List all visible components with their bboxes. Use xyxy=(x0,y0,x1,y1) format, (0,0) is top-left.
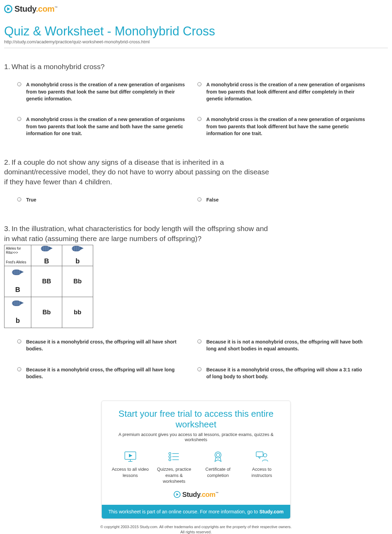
punnett-cell: bb xyxy=(62,297,93,328)
copyright: © copyright 2003-2015 Study.com. All oth… xyxy=(4,524,388,534)
q1-option-c[interactable]: A monohybrid cross is the creation of a … xyxy=(17,116,187,137)
fish-icon xyxy=(72,246,84,251)
punnett-col-b: b xyxy=(62,245,93,266)
question-2: 2.If a couple do not show any signs of a… xyxy=(4,157,388,203)
question-text: 3.In the illustration, what characterist… xyxy=(4,224,272,243)
feature-label: Quizzes, practice exams & worksheets xyxy=(154,466,195,484)
feature-label: Access to instructors xyxy=(242,466,282,478)
q2-option-true[interactable]: True xyxy=(17,196,187,203)
divider xyxy=(4,48,388,48)
feature-instructors: Access to instructors xyxy=(242,450,282,484)
logo-text: Study.com™ xyxy=(14,4,57,14)
radio-icon xyxy=(17,367,21,371)
q1-option-a[interactable]: A monohybrid cross is the creation of a … xyxy=(17,81,187,102)
svg-rect-11 xyxy=(256,452,263,457)
fish-icon xyxy=(12,301,24,305)
page-url: http://study.com/academy/practice/quiz-w… xyxy=(4,39,388,44)
cta-card: Start your free trial to access this ent… xyxy=(101,401,291,519)
option-label: Because it is is not a monohybrid cross,… xyxy=(206,338,367,352)
feature-video-lessons: Access to all video lessons xyxy=(110,450,151,484)
site-logo: Study.com™ xyxy=(4,4,388,14)
svg-point-12 xyxy=(263,454,267,457)
radio-icon xyxy=(197,117,202,121)
radio-icon xyxy=(197,82,202,86)
q1-option-d[interactable]: A monohybrid cross is the creation of a … xyxy=(197,116,367,137)
option-label: Because it is a monohybrid cross, the of… xyxy=(206,366,367,380)
question-text: 1.What is a monohybrid cross? xyxy=(4,62,272,72)
cta-logo: Study.com™ xyxy=(110,491,282,499)
monitor-play-icon xyxy=(123,450,137,463)
cta-bar-link: Study.com xyxy=(259,509,284,514)
radio-icon xyxy=(197,197,202,201)
radio-icon xyxy=(197,367,202,371)
question-3: 3.In the illustration, what characterist… xyxy=(4,224,388,380)
svg-point-5 xyxy=(169,456,171,458)
svg-point-3 xyxy=(169,453,171,455)
radio-icon xyxy=(17,117,21,121)
q1-option-b[interactable]: A monohybrid cross is the creation of a … xyxy=(197,81,367,102)
svg-point-9 xyxy=(215,452,221,458)
punnett-row-b: b xyxy=(4,297,31,328)
punnett-cell: Bb xyxy=(62,266,93,297)
option-label: True xyxy=(26,196,36,203)
option-label: A monohybrid cross is the creation of a … xyxy=(26,116,187,137)
q2-option-false[interactable]: False xyxy=(197,196,367,203)
fish-icon xyxy=(41,246,53,251)
cta-subtitle: A premium account gives you access to al… xyxy=(110,432,282,442)
page-title: Quiz & Worksheet - Monohybrid Cross xyxy=(4,24,388,39)
logo-text: Study.com™ xyxy=(182,491,218,499)
play-icon xyxy=(174,491,181,498)
feature-certificate: Certificate of completion xyxy=(198,450,238,484)
cta-bar[interactable]: This worksheet is part of an online cour… xyxy=(102,505,290,519)
radio-icon xyxy=(197,339,202,344)
q3-option-c[interactable]: Because it is a monohybrid cross, the of… xyxy=(17,366,187,380)
q3-option-b[interactable]: Because it is is not a monohybrid cross,… xyxy=(197,338,367,352)
feature-label: Access to all video lessons xyxy=(110,466,151,478)
q3-option-a[interactable]: Because it is a monohybrid cross, the of… xyxy=(17,338,187,352)
question-text: 2.If a couple do not show any signs of a… xyxy=(4,157,272,187)
instructor-icon xyxy=(255,450,269,463)
q3-option-d[interactable]: Because it is a monohybrid cross, the of… xyxy=(197,366,367,380)
option-label: Because it is a monohybrid cross, the of… xyxy=(26,366,187,380)
cta-title: Start your free trial to access this ent… xyxy=(110,408,282,430)
svg-point-10 xyxy=(216,453,220,457)
option-label: A monohybrid cross is the creation of a … xyxy=(206,116,367,137)
punnett-corner: Alleles for Rita>>> Fred's Alleles xyxy=(4,245,31,266)
punnett-cell: BB xyxy=(31,266,62,297)
ribbon-icon xyxy=(211,450,225,463)
punnett-col-B: B xyxy=(31,245,62,266)
feature-quizzes: Quizzes, practice exams & worksheets xyxy=(154,450,195,484)
list-check-icon xyxy=(167,450,181,463)
radio-icon xyxy=(17,82,21,86)
option-label: A monohybrid cross is the creation of a … xyxy=(26,81,187,102)
cta-bar-text: This worksheet is part of an online cour… xyxy=(108,509,259,514)
fish-icon xyxy=(12,270,24,274)
radio-icon xyxy=(17,197,21,201)
feature-label: Certificate of completion xyxy=(198,466,238,478)
punnett-row-B: B xyxy=(4,266,31,297)
option-label: Because it is a monohybrid cross, the of… xyxy=(26,338,187,352)
option-label: False xyxy=(206,196,219,203)
play-icon xyxy=(4,5,12,13)
svg-point-7 xyxy=(169,459,171,461)
option-label: A monohybrid cross is the creation of a … xyxy=(206,81,367,102)
punnett-square: Alleles for Rita>>> Fred's Alleles B b B xyxy=(4,245,93,328)
punnett-cell: Bb xyxy=(31,297,62,328)
question-1: 1.What is a monohybrid cross? A monohybr… xyxy=(4,62,388,137)
radio-icon xyxy=(17,339,21,344)
